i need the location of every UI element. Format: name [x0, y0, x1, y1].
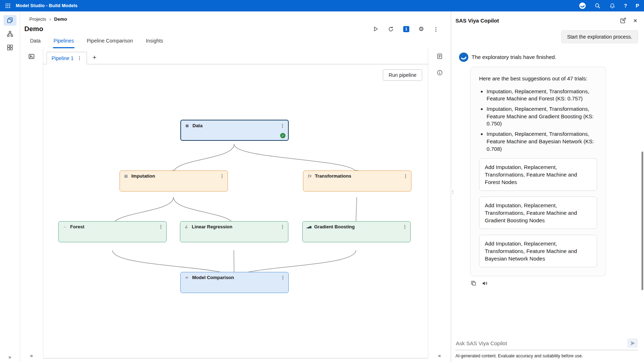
send-icon[interactable] — [627, 338, 638, 348]
model-comparison-icon: ≍ — [184, 276, 190, 279]
linear-regression-icon: ∠ — [184, 225, 189, 229]
settings-gear-icon[interactable]: ⚙ — [419, 26, 424, 32]
results-panel-icon[interactable] — [436, 53, 443, 59]
node-gradient-boosting[interactable]: ▂▄▆ Gradient Boosting ⋮ — [302, 221, 411, 242]
page-title: Demo — [24, 25, 43, 33]
pipeline-tab[interactable]: Pipeline 1 ⋮ — [47, 52, 87, 64]
node-menu-icon[interactable]: ⋮ — [280, 123, 285, 128]
node-menu-icon[interactable]: ⋮ — [280, 224, 285, 229]
suggestion-item: Imputation, Replacement, Transformations… — [487, 88, 597, 103]
sas-logo-icon — [579, 2, 586, 9]
nav-projects-icon[interactable] — [4, 15, 16, 26]
new-chat-icon[interactable] — [620, 18, 626, 24]
nav-pipelines-icon[interactable] — [4, 29, 16, 39]
breadcrumb-current: Demo — [54, 16, 67, 22]
tab-pipeline-comparison[interactable]: Pipeline Comparison — [86, 36, 133, 48]
add-gradient-boosting-nodes-button[interactable]: Add Imputation, Replacement, Transformat… — [479, 197, 597, 229]
node-menu-icon[interactable]: ⋮ — [220, 173, 224, 179]
nav-data-exchange-icon[interactable] — [4, 42, 16, 53]
node-model-comparison[interactable]: ≍ Model Comparison ⋮ — [180, 272, 289, 293]
copilot-panel: ⋮ SAS Viya Copilot × Start the explorati… — [451, 11, 644, 362]
data-table-icon: ▦ — [184, 124, 190, 128]
suggestion-item: Imputation, Replacement, Transformations… — [487, 130, 597, 153]
pipeline-tab-menu-icon[interactable]: ⋮ — [77, 55, 82, 61]
pipeline-tab-strip: Pipeline 1 ⋮ + — [43, 48, 428, 64]
copy-icon[interactable] — [471, 281, 476, 286]
gradient-boosting-icon: ▂▄▆ — [306, 225, 312, 228]
forest-icon: ∴ — [62, 225, 68, 229]
run-pipeline-button[interactable]: Run pipeline — [383, 69, 422, 81]
breadcrumb-root[interactable]: Projects — [29, 16, 46, 22]
breadcrumb-separator: › — [49, 16, 51, 22]
add-forest-nodes-button[interactable]: Add Imputation, Replacement, Transformat… — [479, 158, 597, 191]
tab-pipelines[interactable]: Pipelines — [53, 36, 75, 48]
success-check-icon: ✓ — [280, 133, 286, 138]
status-badge[interactable]: 1 — [403, 26, 409, 32]
refresh-icon[interactable] — [388, 26, 394, 32]
user-avatar[interactable]: P — [636, 3, 639, 9]
node-menu-icon[interactable]: ⋮ — [280, 275, 285, 280]
ai-disclaimer: AI-generated content. Evaluate accuracy … — [455, 350, 638, 358]
node-imputation[interactable]: ▤ Imputation ⋮ — [119, 170, 228, 192]
suggestion-item: Imputation, Replacement, Transformations… — [487, 105, 597, 128]
left-sidebar: » — [0, 11, 20, 362]
left-rail-expand-icon[interactable]: » — [30, 353, 33, 358]
canvas-left-rail: » — [20, 48, 43, 358]
canvas-right-rail: « — [428, 48, 451, 358]
copilot-title: SAS Viya Copilot — [455, 18, 499, 24]
node-menu-icon[interactable]: ⋮ — [158, 224, 163, 229]
copilot-avatar-icon — [459, 53, 468, 62]
node-transformations[interactable]: ƒx Transformations ⋮ — [303, 170, 411, 192]
app-title: Model Studio - Build Models — [16, 3, 78, 8]
copilot-suggestions-card: Here are the best suggestions out of 47 … — [470, 67, 606, 276]
run-project-icon[interactable] — [373, 26, 379, 32]
main-tabs: Data Pipelines Pipeline Comparison Insig… — [20, 34, 451, 48]
sidebar-expand-icon[interactable]: » — [0, 354, 20, 360]
pipeline-overview-icon[interactable] — [28, 53, 35, 60]
search-icon[interactable] — [595, 3, 601, 9]
add-pipeline-button[interactable]: + — [93, 54, 97, 61]
start-exploration-button[interactable]: Start the exploration process. — [561, 30, 638, 43]
node-menu-icon[interactable]: ⋮ — [403, 173, 408, 179]
copilot-message: The exploratory trials have finished. — [472, 53, 556, 60]
imputation-icon: ▤ — [123, 174, 129, 178]
transformations-fx-icon: ƒx — [307, 174, 312, 178]
app-grid-icon[interactable] — [5, 3, 11, 9]
close-panel-icon[interactable]: × — [633, 17, 637, 24]
node-linear-regression[interactable]: ∠ Linear Regression ⋮ — [180, 221, 288, 242]
copilot-input[interactable] — [455, 340, 624, 347]
read-aloud-speaker-icon[interactable] — [482, 281, 488, 286]
pipeline-canvas[interactable]: Run pipeline ▦ Data ⋮ ✓ ▤ — [43, 64, 428, 358]
pipeline-edges — [43, 64, 428, 358]
more-options-icon[interactable]: ⋮ — [433, 26, 439, 32]
add-bayesian-network-nodes-button[interactable]: Add Imputation, Replacement, Transformat… — [479, 235, 597, 267]
notifications-bell-icon[interactable] — [609, 3, 615, 9]
node-forest[interactable]: ∴ Forest ⋮ — [58, 221, 167, 242]
node-menu-icon[interactable]: ⋮ — [402, 224, 407, 229]
info-icon[interactable] — [436, 70, 443, 76]
right-rail-collapse-icon[interactable]: « — [438, 353, 441, 358]
copilot-input-row — [455, 338, 638, 350]
card-intro: Here are the best suggestions out of 47 … — [479, 75, 597, 83]
suggestion-list: Imputation, Replacement, Transformations… — [479, 88, 597, 153]
project-toolbar: 1 ⚙ ⋮ — [373, 26, 439, 32]
tab-insights[interactable]: Insights — [145, 36, 164, 48]
copilot-scrollbar[interactable] — [641, 152, 643, 290]
help-icon[interactable]: ? — [624, 3, 627, 9]
tab-data[interactable]: Data — [29, 36, 42, 48]
panel-resize-handle[interactable]: ⋮ — [451, 189, 455, 194]
node-data[interactable]: ▦ Data ⋮ ✓ — [180, 120, 289, 141]
top-bar: Model Studio - Build Models ? P — [0, 0, 644, 11]
pipeline-tab-label: Pipeline 1 — [52, 55, 74, 61]
main-area: Projects › Demo Demo 1 ⚙ ⋮ — [20, 11, 451, 362]
breadcrumb: Projects › Demo — [20, 11, 451, 23]
